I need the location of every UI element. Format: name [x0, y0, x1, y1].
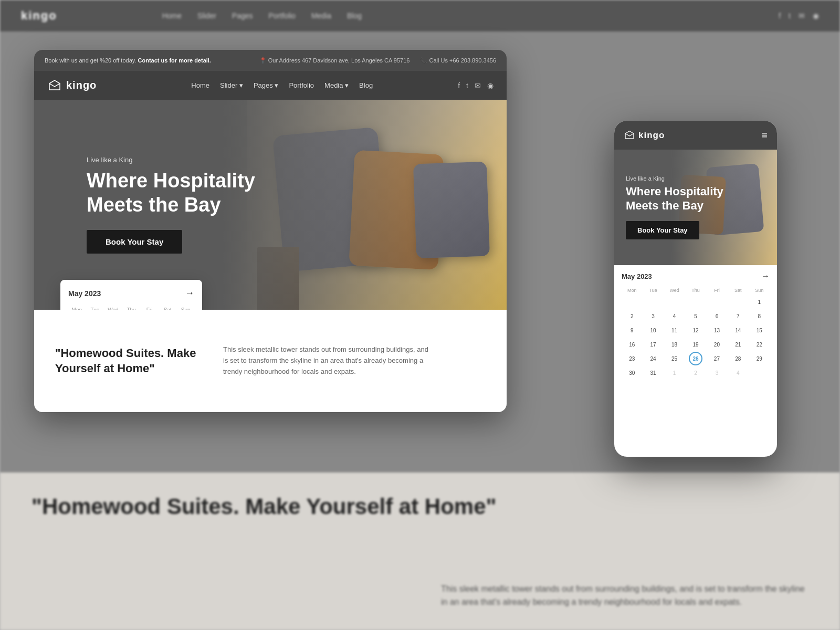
mobile-book-stay-button[interactable]: Book Your Stay [626, 221, 699, 239]
nav-link-blog[interactable]: Blog [359, 81, 373, 89]
hero-subtitle: Live like a King [87, 156, 265, 164]
mobile-calendar-next[interactable]: → [761, 271, 770, 281]
book-stay-button[interactable]: Book Your Stay [87, 230, 182, 254]
m-cal-16[interactable]: 16 [625, 338, 639, 351]
m-cal-next-3[interactable]: 3 [710, 366, 723, 380]
bg-header: kingo Home Slider Pages Portfolio Media … [0, 0, 840, 32]
desktop-quote: "Homewood Suites. Make Yourself at Home" [55, 346, 202, 376]
desktop-nav-logo[interactable]: kingo [47, 79, 97, 92]
calendar-month: May 2023 [68, 289, 101, 298]
mobile-card: kingo ≡ Live like a King Where Hospitali… [614, 121, 777, 457]
nav-link-slider[interactable]: Slider ▾ [220, 81, 243, 89]
m-cal-header-thu: Thu [685, 286, 706, 295]
nav-link-media[interactable]: Media ▾ [324, 81, 349, 89]
m-cal-21[interactable]: 21 [731, 338, 745, 351]
m-cal-7[interactable]: 7 [731, 309, 745, 323]
m-cal-12[interactable]: 12 [689, 323, 702, 337]
m-cal-header-sat: Sat [728, 286, 748, 295]
hero-title: Where Hospitality Meets the Bay [87, 169, 265, 217]
m-cal-27[interactable]: 27 [710, 352, 723, 365]
m-cal-20[interactable]: 20 [710, 338, 723, 351]
hamburger-menu-icon[interactable]: ≡ [761, 129, 768, 141]
m-cal-13[interactable]: 13 [710, 323, 723, 337]
m-cal-4[interactable]: 4 [668, 309, 681, 323]
cal-header-sat: Sat [159, 305, 176, 310]
m-cal-15[interactable]: 15 [752, 323, 766, 337]
social-facebook-icon[interactable]: f [458, 81, 460, 90]
m-cal-9[interactable]: 9 [625, 323, 639, 337]
social-email-icon[interactable]: ✉ [475, 81, 481, 90]
mobile-hero-content: Live like a King Where Hospitality Meets… [626, 175, 731, 239]
mobile-calendar-month: May 2023 [622, 272, 652, 280]
mobile-hero-title: Where Hospitality Meets the Bay [626, 185, 731, 213]
desktop-description: This sleek metallic tower stands out fro… [223, 344, 433, 377]
desktop-topbar: Book with us and get %20 off today. Cont… [34, 50, 507, 71]
nav-link-pages[interactable]: Pages ▾ [254, 81, 278, 89]
m-cal-5[interactable]: 5 [689, 309, 702, 323]
m-cal-30[interactable]: 30 [625, 366, 639, 380]
nav-link-home[interactable]: Home [191, 81, 209, 89]
m-cal-11[interactable]: 11 [668, 323, 681, 337]
m-cal-25[interactable]: 25 [668, 352, 681, 365]
topbar-promo: Book with us and get %20 off today. Cont… [45, 57, 211, 64]
m-cal-31[interactable]: 31 [646, 366, 660, 380]
mobile-nav-logo[interactable]: kingo [624, 130, 665, 141]
bg-logo: kingo [21, 9, 57, 23]
m-cal-header-wed: Wed [664, 286, 685, 295]
m-cal-29[interactable]: 29 [752, 352, 766, 365]
m-cal-3[interactable]: 3 [646, 309, 660, 323]
m-cal-23[interactable]: 23 [625, 352, 639, 365]
bg-nav: Home Slider Pages Portfolio Media Blog [162, 12, 362, 20]
m-cal-18[interactable]: 18 [668, 338, 681, 351]
bg-description: This sleek metallic tower stands out fro… [441, 582, 808, 609]
m-cal-17[interactable]: 17 [646, 338, 660, 351]
mobile-nav: kingo ≡ [614, 121, 777, 150]
hero-content: Live like a King Where Hospitality Meets… [87, 156, 265, 254]
nav-link-portfolio[interactable]: Portfolio [289, 81, 314, 89]
bg-social-icons: f t ✉ ◉ [779, 12, 819, 20]
m-cal-10[interactable]: 10 [646, 323, 660, 337]
mobile-calendar: May 2023 → Mon Tue Wed Thu Fri Sat Sun 1… [614, 265, 777, 386]
desktop-nav-social: f t ✉ ◉ [458, 81, 494, 90]
topbar-phone: 📞 Call Us +66 203.890.3456 [420, 57, 496, 64]
mobile-hero: Live like a King Where Hospitality Meets… [614, 150, 777, 265]
calendar-grid: Mon Tue Wed Thu Fri Sat Sun 1 2 3 4 5 [68, 305, 194, 310]
m-cal-24[interactable]: 24 [646, 352, 660, 365]
desktop-card: Book with us and get %20 off today. Cont… [34, 50, 507, 412]
m-cal-2[interactable]: 2 [625, 309, 639, 323]
bg-logo-text: kingo [21, 9, 57, 22]
m-cal-6[interactable]: 6 [710, 309, 723, 323]
mobile-logo-icon [624, 130, 635, 140]
calendar-next-arrow[interactable]: → [185, 288, 194, 299]
m-cal-8[interactable]: 8 [752, 309, 766, 323]
m-cal-14[interactable]: 14 [731, 323, 745, 337]
social-instagram-icon[interactable]: ◉ [487, 81, 494, 90]
bg-bottom-section: "Homewood Suites. Make Yourself at Home"… [0, 472, 840, 630]
m-cal-28[interactable]: 28 [731, 352, 745, 365]
m-cal-26-today[interactable]: 26 [689, 352, 702, 365]
social-twitter-icon[interactable]: t [466, 81, 468, 90]
calendar-dropdown: May 2023 → Mon Tue Wed Thu Fri Sat Sun 1 [60, 280, 202, 310]
desktop-nav-brand: kingo [66, 79, 97, 91]
calendar-header: May 2023 → [68, 288, 194, 299]
m-cal-next-2[interactable]: 2 [689, 366, 702, 380]
cal-header-thu: Thu [123, 305, 140, 310]
mobile-calendar-header: May 2023 → [622, 271, 770, 281]
desktop-bottom-section: "Homewood Suites. Make Yourself at Home"… [34, 310, 507, 412]
m-cal-19[interactable]: 19 [689, 338, 702, 351]
m-cal-header-tue: Tue [643, 286, 663, 295]
m-cal-1[interactable]: 1 [752, 295, 766, 309]
desktop-hero: Live like a King Where Hospitality Meets… [34, 100, 507, 310]
mobile-brand-text: kingo [638, 130, 665, 141]
m-cal-next-1[interactable]: 1 [668, 366, 681, 380]
mobile-hero-subtitle: Live like a King [626, 175, 731, 182]
desktop-nav: kingo Home Slider ▾ Pages ▾ Portfolio Me… [34, 71, 507, 100]
m-cal-22[interactable]: 22 [752, 338, 766, 351]
cal-header-sun: Sun [177, 305, 194, 310]
cal-header-fri: Fri [141, 305, 158, 310]
cal-header-wed: Wed [104, 305, 122, 310]
cal-header-mon: Mon [68, 305, 86, 310]
m-cal-header-fri: Fri [707, 286, 727, 295]
m-cal-header-mon: Mon [622, 286, 642, 295]
m-cal-next-4[interactable]: 4 [731, 366, 745, 380]
